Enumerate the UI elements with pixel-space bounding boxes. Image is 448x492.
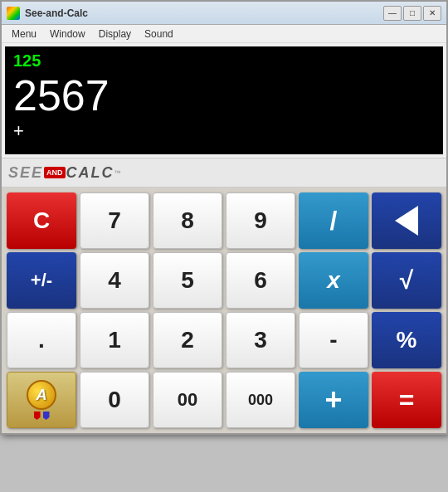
seven-button[interactable]: 7 (80, 192, 149, 249)
clear-button[interactable]: C (7, 192, 76, 249)
four-button[interactable]: 4 (80, 252, 149, 309)
display-operator: + (13, 120, 435, 142)
maximize-button[interactable]: □ (403, 6, 421, 21)
six-button[interactable]: 6 (226, 252, 295, 309)
calculator-grid: C 7 8 9 / +/- 4 5 6 x (2, 188, 446, 433)
backspace-button[interactable] (372, 192, 441, 249)
title-bar: See-and-Calc — □ ✕ (2, 2, 446, 25)
double-zero-button[interactable]: 00 (153, 372, 222, 428)
window-controls: — □ ✕ (383, 6, 441, 21)
close-button[interactable]: ✕ (423, 6, 441, 21)
add-button[interactable]: + (299, 372, 368, 428)
divide-button[interactable]: / (299, 192, 368, 249)
sqrt-button[interactable]: √ (372, 252, 441, 309)
minimize-button[interactable]: — (383, 6, 402, 21)
nine-button[interactable]: 9 (226, 192, 295, 249)
decimal-button[interactable]: . (7, 312, 76, 368)
one-button[interactable]: 1 (80, 312, 149, 368)
backspace-icon (395, 206, 418, 236)
window-title: See-and-Calc (25, 7, 383, 19)
display-primary: 2567 (13, 74, 435, 117)
award-button[interactable]: A (7, 372, 76, 428)
two-button[interactable]: 2 (153, 312, 222, 368)
menu-item-display[interactable]: Display (92, 27, 138, 41)
menu-item-sound[interactable]: Sound (138, 27, 180, 41)
logo-tm: ™ (114, 169, 121, 177)
five-button[interactable]: 5 (153, 252, 222, 309)
logo-and: AND (44, 167, 66, 178)
menu-bar: Menu Window Display Sound (2, 25, 446, 43)
app-icon (7, 7, 20, 20)
three-button[interactable]: 3 (226, 312, 295, 368)
award-badge-icon: A (27, 380, 56, 420)
zero-button[interactable]: 0 (80, 372, 149, 428)
subtract-button[interactable]: - (299, 312, 368, 368)
calculator-display: 125 2567 + (5, 46, 443, 154)
logo-see: SEE (8, 164, 43, 182)
logo-bar: SEE AND CALC ™ (2, 158, 446, 188)
multiply-button[interactable]: x (299, 252, 368, 309)
calculator-window: See-and-Calc — □ ✕ Menu Window Display S… (0, 0, 448, 435)
negate-button[interactable]: +/- (7, 252, 76, 309)
triple-zero-button[interactable]: 000 (226, 372, 295, 428)
percent-button[interactable]: % (372, 312, 441, 368)
equals-button[interactable]: = (372, 372, 441, 428)
sqrt-icon: √ (400, 268, 413, 293)
equals-icon: = (399, 385, 415, 416)
eight-button[interactable]: 8 (153, 192, 222, 249)
logo-calc: CALC (66, 164, 114, 182)
menu-item-window[interactable]: Window (43, 27, 92, 41)
menu-item-menu[interactable]: Menu (5, 27, 43, 41)
display-secondary: 125 (13, 51, 435, 71)
